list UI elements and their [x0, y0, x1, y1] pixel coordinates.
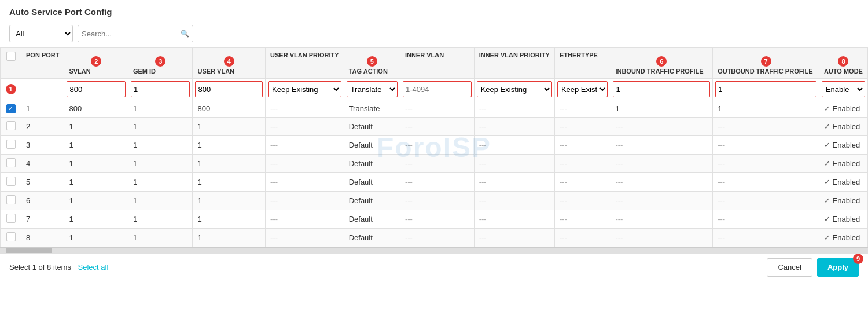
- row-cell: ---: [554, 191, 610, 210]
- search-icon: 🔍: [181, 30, 189, 38]
- row-checkbox[interactable]: [6, 158, 16, 167]
- row-cell: 5: [21, 172, 64, 191]
- step-badge-6: 6: [656, 56, 667, 67]
- row-cell: 1: [21, 100, 64, 118]
- row-cell: ---: [400, 210, 474, 228]
- ethertype-select[interactable]: Keep Existing: [557, 81, 608, 97]
- row-checkbox-cell[interactable]: [1, 135, 21, 154]
- edit-user-vlan-cell: [193, 79, 266, 100]
- row-checkbox-cell[interactable]: [1, 228, 21, 247]
- table-header: PON PORT 2 SVLAN 3 GEM ID 4: [1, 48, 868, 79]
- step-badge-8: 8: [838, 56, 848, 67]
- svlan-input[interactable]: [67, 81, 125, 97]
- scroll-bar[interactable]: [0, 247, 868, 253]
- row-checkbox-cell[interactable]: [1, 100, 21, 118]
- row-cell: ---: [554, 154, 610, 172]
- row-cell: ---: [474, 117, 554, 135]
- footer-left: Select 1 of 8 items Select all: [9, 263, 108, 271]
- row-checkbox[interactable]: [6, 140, 16, 149]
- row-cell: 800: [64, 100, 128, 118]
- footer-right: Cancel Apply 9: [767, 258, 859, 277]
- inner-vlan-input[interactable]: [403, 81, 472, 97]
- row-cell: 1: [64, 117, 128, 135]
- row-cell: 1: [193, 117, 266, 135]
- row-cell: ---: [554, 172, 610, 191]
- row-cell: 6: [21, 191, 64, 210]
- row-cell: 2: [21, 117, 64, 135]
- edit-svlan-cell: [64, 79, 128, 100]
- row-cell: ---: [474, 154, 554, 172]
- table-row: 4111---Default---------------✓ Enabled: [1, 154, 868, 172]
- row-cell: 1: [193, 191, 266, 210]
- select-info: Select 1 of 8 items: [9, 263, 71, 271]
- row-cell: 1: [128, 228, 193, 247]
- row-checkbox-cell[interactable]: [1, 172, 21, 191]
- row-checkbox-cell[interactable]: [1, 154, 21, 172]
- row-cell: ---: [400, 172, 474, 191]
- row-cell: ---: [266, 154, 344, 172]
- row-cell: 1: [128, 191, 193, 210]
- auto-mode-select[interactable]: Enable Disable: [822, 81, 865, 97]
- row-cell: ---: [554, 135, 610, 154]
- row-cell: ---: [610, 191, 713, 210]
- row-checkbox-cell[interactable]: [1, 117, 21, 135]
- edit-outbound-cell: [713, 79, 819, 100]
- cancel-button[interactable]: Cancel: [767, 258, 812, 277]
- col-tag-action: 5 TAG ACTION: [344, 48, 400, 79]
- edit-ethertype-cell: Keep Existing: [554, 79, 610, 100]
- row-cell: 1: [64, 210, 128, 228]
- edit-pon-port: [21, 79, 64, 100]
- filter-select[interactable]: All: [9, 25, 73, 42]
- col-ethertype: ETHERTYPE: [554, 48, 610, 79]
- row-cell: ---: [400, 228, 474, 247]
- row-cell: 1: [193, 210, 266, 228]
- gem-id-input[interactable]: [131, 81, 190, 97]
- row-checkbox-cell[interactable]: [1, 210, 21, 228]
- row-cell: 1: [64, 228, 128, 247]
- step-badge-2: 2: [91, 56, 101, 67]
- row-cell: 1: [64, 154, 128, 172]
- col-outbound-traffic-profile: 7 OUTBOUND TRAFFIC PROFILE: [713, 48, 819, 79]
- select-all-checkbox-th[interactable]: [1, 48, 21, 79]
- col-user-vlan: 4 USER VLAN: [193, 48, 266, 79]
- table-row: 18001800---Translate---------11✓ Enabled: [1, 100, 868, 118]
- outbound-traffic-input[interactable]: [715, 81, 816, 97]
- table-wrapper: ForoISP PON PORT 2 SVLAN 3 GEM ID: [0, 47, 868, 247]
- apply-button[interactable]: Apply 9: [817, 258, 859, 277]
- table-row: 3111---Default---------------✓ Enabled: [1, 135, 868, 154]
- search-input[interactable]: [82, 30, 178, 38]
- row-cell: 1: [193, 228, 266, 247]
- footer: Select 1 of 8 items Select all Cancel Ap…: [0, 253, 868, 281]
- select-all-checkbox[interactable]: [6, 52, 16, 61]
- row-cell: ---: [400, 117, 474, 135]
- row-cell: ---: [266, 191, 344, 210]
- row-checkbox[interactable]: [6, 214, 16, 223]
- row-cell: 1: [64, 172, 128, 191]
- row-auto-mode: ✓ Enabled: [819, 210, 867, 228]
- tag-action-select-2[interactable]: Translate Default Keep Existing: [347, 81, 398, 97]
- inbound-traffic-input[interactable]: [613, 81, 710, 97]
- select-all-link[interactable]: Select all: [78, 263, 109, 271]
- row-cell: ---: [554, 228, 610, 247]
- row-checkbox[interactable]: [6, 104, 16, 113]
- row-checkbox[interactable]: [6, 177, 16, 186]
- row-cell: Default: [344, 228, 400, 247]
- row-cell: Default: [344, 135, 400, 154]
- row-cell: ---: [474, 100, 554, 118]
- row-cell: ---: [713, 228, 819, 247]
- tag-action-select-1[interactable]: Keep Existing: [268, 81, 341, 97]
- row-cell: ---: [400, 191, 474, 210]
- row-checkbox[interactable]: [6, 232, 16, 241]
- row-cell: 1: [713, 100, 819, 118]
- inner-vlan-priority-select[interactable]: Keep Existing: [477, 81, 552, 97]
- row-checkbox[interactable]: [6, 195, 16, 204]
- row-cell: ---: [400, 100, 474, 118]
- user-vlan-input[interactable]: [195, 81, 263, 97]
- row-checkbox-cell[interactable]: [1, 191, 21, 210]
- row-cell: ---: [713, 172, 819, 191]
- scroll-bar-thumb[interactable]: [6, 248, 52, 253]
- row-cell: ---: [266, 135, 344, 154]
- row-cell: ---: [474, 191, 554, 210]
- row-cell: 1: [128, 210, 193, 228]
- row-checkbox[interactable]: [6, 121, 16, 130]
